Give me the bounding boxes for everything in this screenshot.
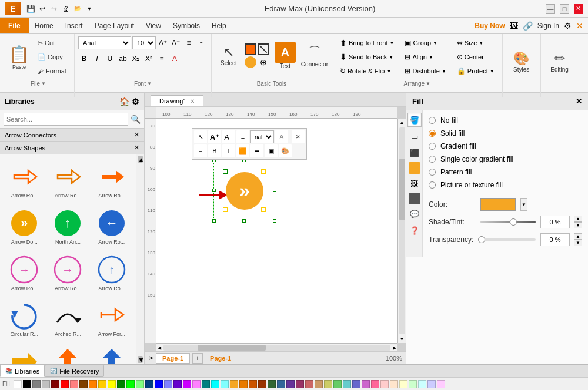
format-painter-button[interactable]: 🖌 Format (34, 65, 71, 78)
save-icon[interactable]: 💾 (26, 4, 35, 14)
list-item[interactable]: » Arrow Do... (4, 204, 45, 248)
color-swatch-thistle[interactable] (437, 380, 445, 388)
fill-transparency-input[interactable] (540, 233, 570, 246)
fill-option-pattern[interactable]: Pattern fill (429, 168, 582, 176)
align-button[interactable]: ≡ (156, 53, 168, 65)
selection-handle-bl[interactable] (212, 219, 216, 223)
font-family-select[interactable]: Arial (78, 36, 131, 49)
rect-shape-button[interactable] (245, 43, 256, 55)
ft-connector-btn[interactable]: ⌐ (194, 144, 207, 157)
maximize-button[interactable]: □ (560, 4, 569, 14)
print-icon[interactable]: 🖨 (61, 4, 71, 14)
color-swatch-gray[interactable] (32, 380, 41, 388)
selection-handle-bm[interactable] (242, 219, 246, 223)
page1-tab[interactable]: Page-1 (156, 353, 190, 364)
paste-button[interactable]: 📋Paste (6, 41, 32, 73)
text-button[interactable]: A Text (272, 36, 299, 75)
color-swatch-orchid[interactable] (362, 380, 370, 388)
align-button-arrange[interactable]: ⊟ Align ▼ (400, 51, 450, 63)
category-arrow-shapes-close-icon[interactable]: ✕ (134, 144, 139, 152)
list-item[interactable]: → Arrow Ro... (4, 251, 45, 295)
fill-icon-shadow[interactable]: ⬛ (407, 146, 422, 160)
ft-italic-btn[interactable]: I (222, 144, 235, 157)
protect-button[interactable]: 🔒 Protect ▼ (453, 65, 499, 78)
ft-close-btn[interactable]: ✕ (292, 130, 305, 143)
menu-insert[interactable]: Insert (59, 18, 89, 33)
ft-bold-btn[interactable]: B (208, 144, 221, 157)
minimize-button[interactable]: — (546, 4, 555, 14)
decrease-font-button[interactable]: A⁻ (170, 37, 182, 49)
color-swatch-rose[interactable] (305, 380, 313, 388)
rotate-flip-button[interactable]: ↻ Rotate & Flip ▼ (336, 65, 399, 78)
menu-help[interactable]: Help (206, 18, 232, 33)
superscript-button[interactable]: X² (143, 53, 155, 65)
bold-button[interactable]: B (78, 53, 90, 65)
bring-to-front-button[interactable]: ⬆ Bring to Front ▼ (336, 36, 399, 49)
circle-shape-button[interactable] (245, 56, 256, 68)
color-swatch-lightcyancream[interactable] (418, 380, 426, 388)
strikethrough-button[interactable]: ab (117, 53, 129, 65)
category-arrow-shapes[interactable]: Arrow Shapes ✕ (0, 142, 144, 154)
list-item[interactable]: Circular R... (4, 297, 45, 341)
fill-option-solid[interactable]: Solid fill (429, 129, 582, 137)
color-swatch-burnt[interactable] (249, 380, 257, 388)
color-swatch-black[interactable] (23, 380, 31, 388)
color-swatch-darkgreen[interactable] (268, 380, 276, 388)
color-swatch-cadet[interactable] (343, 380, 351, 388)
color-swatch-silver[interactable] (42, 380, 50, 388)
fill-shade-slider[interactable] (480, 221, 536, 223)
size-button[interactable]: ⇔ Size ▼ (453, 36, 499, 49)
color-swatch-mintcream[interactable] (409, 380, 417, 388)
color-swatch-lightcyan[interactable] (220, 380, 229, 388)
scrollbar-v-up[interactable]: ▲ (399, 119, 406, 126)
color-swatch-hotpink[interactable] (371, 380, 379, 388)
fill-radio-single-gradient[interactable] (429, 156, 436, 163)
menu-home[interactable]: Home (29, 18, 59, 33)
ft-line-btn[interactable]: ━ (250, 144, 263, 157)
point-shape-button[interactable]: ⊕ (258, 56, 269, 68)
fill-transparency-slider[interactable] (480, 238, 536, 241)
buy-now-link[interactable]: Buy Now (475, 22, 505, 30)
ft-font-select[interactable]: rial (250, 130, 274, 143)
select-button[interactable]: ↖ Select (215, 36, 242, 75)
inner-handle-1[interactable] (223, 169, 228, 174)
fill-radio-pattern[interactable] (429, 169, 436, 176)
fill-icon-gradient[interactable] (409, 162, 420, 174)
color-swatch-white[interactable] (14, 380, 22, 388)
share-icon[interactable]: 🖼 (510, 21, 518, 31)
category-close-icon[interactable]: ✕ (134, 131, 139, 139)
shade-up-btn[interactable]: ▲ (574, 216, 582, 222)
fill-radio-solid[interactable] (429, 130, 436, 137)
color-swatch-peach[interactable] (390, 380, 398, 388)
libraries-settings-icon[interactable]: ⚙ (132, 97, 139, 106)
color-swatch-purple[interactable] (173, 380, 182, 388)
inner-handle-2[interactable] (261, 169, 266, 174)
list-item[interactable]: ↑ North Arr... (47, 204, 88, 248)
inner-handle-4[interactable] (261, 207, 266, 212)
search-icon[interactable]: 🔍 (131, 115, 141, 124)
fill-panel-close[interactable]: ✕ (576, 97, 582, 106)
color-swatch-lightred[interactable] (70, 380, 78, 388)
list-item[interactable]: → Arrow Ro... (47, 251, 88, 295)
color-swatch-indigo[interactable] (286, 380, 295, 388)
send-to-back-button[interactable]: ⬇ Send to Back ▼ (336, 51, 399, 63)
settings-icon[interactable]: ⚙ (564, 21, 572, 31)
paragraph-button[interactable]: ≡ (183, 37, 195, 49)
list-item[interactable]: Arrow Right (4, 343, 45, 364)
list-item[interactable]: Arrow Up (47, 343, 88, 364)
scrollbar-h-left[interactable]: ◀ (156, 344, 162, 352)
color-swatch-amber[interactable] (230, 380, 238, 388)
group-button[interactable]: ▣ Group ▼ (400, 36, 450, 49)
menu-page-layout[interactable]: Page Layout (89, 18, 140, 33)
color-swatch-pink[interactable] (192, 380, 201, 388)
fill-icon-dark[interactable] (409, 193, 420, 204)
font-size-select[interactable]: 10 (132, 36, 156, 49)
scrollbar-h-right[interactable]: ▶ (392, 344, 397, 352)
fill-option-gradient[interactable]: Gradient fill (429, 142, 582, 150)
color-swatch-maroon[interactable] (51, 380, 59, 388)
shade-down-btn[interactable]: ▼ (574, 222, 582, 228)
inner-handle-3[interactable] (223, 207, 228, 212)
list-item[interactable]: Arrow Ro... (4, 158, 45, 202)
ft-fill-btn[interactable]: 🟧 (236, 144, 249, 157)
canvas-vertical-scrollbar[interactable]: ▲ ▼ (397, 119, 406, 343)
